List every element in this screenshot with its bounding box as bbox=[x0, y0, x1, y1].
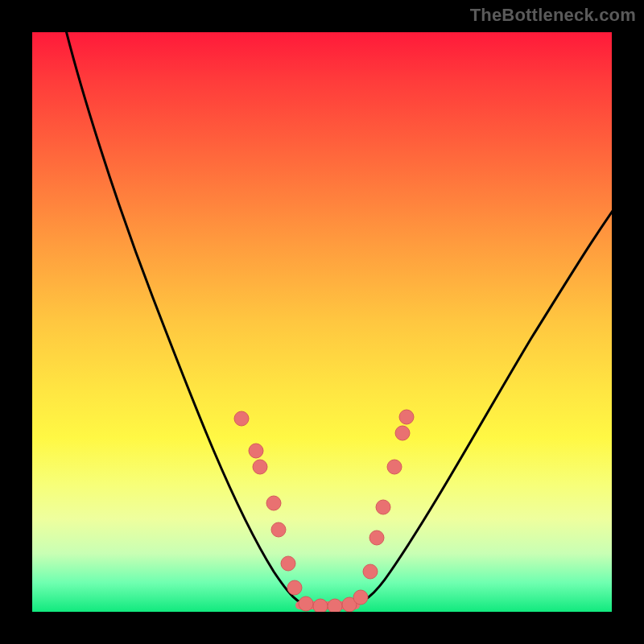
chart-svg bbox=[32, 32, 612, 612]
data-point bbox=[299, 597, 313, 611]
marker-group bbox=[234, 410, 414, 612]
data-point bbox=[249, 444, 263, 458]
data-point bbox=[353, 590, 368, 605]
data-point bbox=[287, 580, 302, 595]
data-point bbox=[328, 599, 342, 612]
bottleneck-curve bbox=[64, 32, 612, 606]
data-point bbox=[271, 522, 286, 537]
chart-plot-area bbox=[32, 32, 612, 612]
data-point bbox=[399, 410, 414, 424]
data-point bbox=[313, 599, 328, 612]
data-point bbox=[376, 500, 390, 514]
data-point bbox=[234, 411, 249, 426]
data-point bbox=[253, 460, 267, 474]
data-point bbox=[387, 460, 402, 474]
data-point bbox=[395, 426, 410, 440]
data-point bbox=[369, 530, 384, 545]
data-point bbox=[281, 556, 295, 571]
data-point bbox=[363, 564, 378, 579]
watermark-text: TheBottleneck.com bbox=[470, 5, 636, 26]
data-point bbox=[266, 496, 281, 510]
